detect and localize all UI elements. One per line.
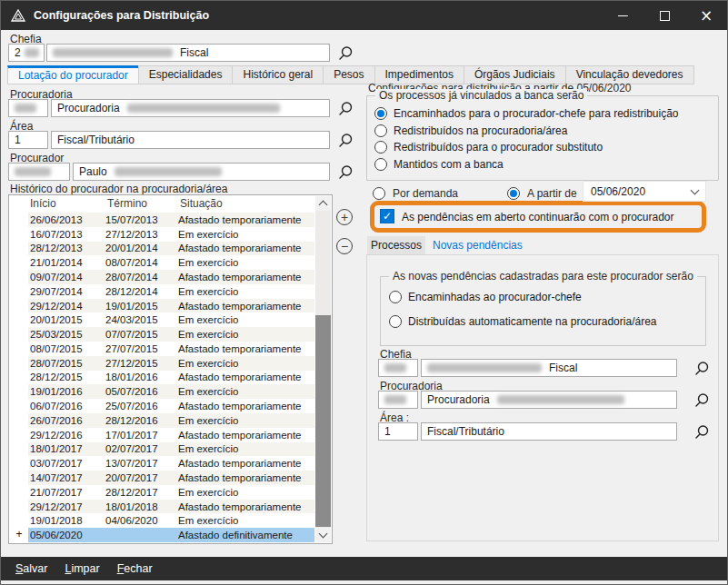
tab-3[interactable]: Histórico geral	[232, 65, 324, 84]
pendencias-checkbox[interactable]: ✓	[380, 209, 394, 223]
procuradoria-right-name-field[interactable]: Procuradoria	[421, 391, 677, 409]
history-row[interactable]: 20/01/201524/03/2015Em exercício	[10, 312, 314, 327]
row-marker: +	[10, 528, 28, 542]
redacted-text	[384, 363, 406, 372]
history-row[interactable]: 21/07/201728/12/2017Em exercício	[10, 485, 314, 500]
cell-situacao: Em exercício	[178, 257, 314, 268]
history-row[interactable]: 08/07/201527/07/2015Afastado temporariam…	[10, 342, 314, 356]
history-row[interactable]: 29/12/201419/01/2015Afastado temporariam…	[10, 299, 314, 313]
procuradoria-code-field[interactable]	[8, 99, 48, 117]
maximize-button[interactable]	[643, 1, 685, 30]
chefia-right-name: Fiscal	[549, 362, 577, 374]
history-row[interactable]: 28/12/201518/01/2016Afastado temporariam…	[10, 371, 314, 385]
area-right-search-button[interactable]	[693, 423, 711, 441]
radio-label: Encaminhados para o procurador-chefe par…	[394, 107, 679, 120]
column-header-termino[interactable]: Término	[107, 197, 147, 210]
a-partir-de-radio[interactable]	[507, 187, 520, 200]
chefia-top-code-field[interactable]: 2	[8, 44, 45, 62]
pendencias-checkbox-label: As pendências em aberto continuarão com …	[402, 211, 674, 223]
procurador-name-field[interactable]: Paulo	[73, 163, 330, 181]
cell-situacao: Afastado temporariamente	[178, 214, 314, 225]
subtab-novas-pendencias[interactable]: Novas pendências	[433, 236, 523, 254]
radio-option[interactable]: Mantidos com a banca	[374, 156, 714, 174]
row-marker	[10, 500, 28, 514]
radio-option[interactable]: Distribuídas automaticamente na procurad…	[389, 314, 702, 329]
footer-button-salvar[interactable]: Salvar	[15, 562, 47, 575]
checkmark-icon: ✓	[383, 210, 392, 223]
radio-option[interactable]: Encaminhados para o procurador-chefe par…	[374, 105, 714, 123]
cell-termino: 08/07/2014	[105, 257, 178, 268]
radio-icon	[374, 158, 387, 171]
radio-option[interactable]: Encaminhadas ao procurador-chefe	[389, 290, 702, 304]
row-marker	[10, 356, 28, 371]
area-right-code-field[interactable]: 1	[378, 422, 418, 441]
row-marker	[10, 513, 28, 528]
subtab-processos[interactable]: Processos	[367, 236, 425, 254]
history-scrollbar[interactable]	[315, 196, 331, 542]
minimize-button[interactable]	[602, 1, 643, 30]
radio-option[interactable]: Redistribuídos para o procurador substit…	[374, 139, 714, 156]
chefia-top-search-button[interactable]	[336, 45, 354, 63]
procurador-search-button[interactable]	[336, 164, 354, 182]
scroll-down-button[interactable]	[315, 528, 331, 542]
history-row[interactable]: 28/07/201527/12/2015Em exercício	[10, 356, 314, 371]
history-row[interactable]: 25/03/201507/07/2015Em exercício	[10, 327, 314, 342]
area-right-name-field[interactable]: Fiscal/Tributário	[421, 422, 677, 441]
row-marker	[10, 456, 28, 471]
procurador-code-field[interactable]	[8, 163, 70, 181]
tab-1[interactable]: Lotação do procurador	[7, 65, 139, 84]
scrollbar-thumb[interactable]	[315, 315, 331, 527]
history-row[interactable]: 29/12/201617/01/2017Afastado temporariam…	[10, 428, 314, 442]
tab-4[interactable]: Pesos	[323, 65, 374, 84]
history-row[interactable]: 09/07/201428/07/2014Afastado temporariam…	[10, 270, 314, 284]
remove-row-button[interactable]: −	[336, 238, 353, 254]
area-code-field[interactable]: 1	[8, 131, 48, 149]
history-row[interactable]: +05/06/2020Afastado definitivamente	[10, 528, 314, 542]
radio-label: Redistribuídos na procuradoria/área	[394, 124, 567, 137]
add-row-button[interactable]: +	[336, 209, 353, 225]
history-row[interactable]: 21/01/201408/07/2014Em exercício	[10, 255, 314, 270]
column-header-inicio[interactable]: Início	[30, 197, 56, 210]
row-marker	[10, 312, 28, 327]
chefia-top-name-field[interactable]: Fiscal	[46, 44, 330, 62]
history-row[interactable]: 19/01/201804/06/2020Em exercício	[10, 513, 314, 528]
history-row[interactable]: 14/07/201720/07/2017Afastado temporariam…	[10, 471, 314, 485]
chefia-right-code-field[interactable]	[378, 359, 418, 377]
tab-2[interactable]: Especialidades	[138, 65, 234, 84]
history-grid-header: Início Término Situação	[10, 195, 314, 213]
radio-option[interactable]: Redistribuídos na procuradoria/área	[374, 123, 714, 140]
history-row[interactable]: 19/01/201605/07/2016Em exercício	[10, 384, 314, 399]
close-button[interactable]: ×	[685, 1, 727, 30]
history-row[interactable]: 26/07/201628/12/2016Em exercício	[10, 413, 314, 428]
history-row[interactable]: 06/07/201625/07/2016Afastado temporariam…	[10, 399, 314, 413]
history-row[interactable]: 26/06/201315/07/2013Afastado temporariam…	[10, 213, 314, 227]
footer-button-fechar[interactable]: Fechar	[117, 562, 153, 575]
date-combobox[interactable]: 05/06/2020	[583, 181, 706, 202]
cell-inicio: 26/06/2013	[28, 214, 105, 225]
procuradoria-right-search-button[interactable]	[693, 392, 711, 410]
row-marker	[10, 255, 28, 270]
history-row[interactable]: 29/07/201428/12/2014Em exercício	[10, 284, 314, 299]
por-demanda-radio[interactable]	[373, 187, 385, 200]
history-row[interactable]: 03/07/201713/07/2017Afastado temporariam…	[10, 456, 314, 471]
column-header-situacao[interactable]: Situação	[180, 197, 223, 210]
chefia-right-name-field[interactable]: Fiscal	[421, 359, 677, 377]
chefia-right-search-button[interactable]	[693, 360, 711, 378]
area-name-field[interactable]: Fiscal/Tributário	[51, 131, 330, 149]
procuradoria-right-code-field[interactable]	[378, 391, 418, 409]
row-marker	[10, 399, 28, 413]
cell-situacao: Em exercício	[178, 329, 314, 340]
scroll-up-button[interactable]	[315, 196, 331, 211]
search-icon	[693, 361, 710, 377]
footer-button-limpar[interactable]: Limpar	[65, 562, 99, 575]
cell-inicio: 29/07/2014	[28, 286, 105, 297]
radio-icon	[389, 315, 402, 328]
history-row[interactable]: 28/12/201320/01/2014Afastado temporariam…	[10, 242, 314, 256]
procuradoria-name: Procuradoria	[57, 102, 120, 114]
history-row[interactable]: 29/12/201718/01/2018Afastado temporariam…	[10, 500, 314, 514]
procuradoria-name-field[interactable]: Procuradoria	[51, 99, 330, 117]
history-row[interactable]: 16/07/201327/12/2013Em exercício	[10, 227, 314, 242]
history-row[interactable]: 18/01/201702/07/2017Em exercício	[10, 442, 314, 457]
area-search-button[interactable]	[336, 132, 354, 150]
procuradoria-search-button[interactable]	[336, 100, 354, 118]
